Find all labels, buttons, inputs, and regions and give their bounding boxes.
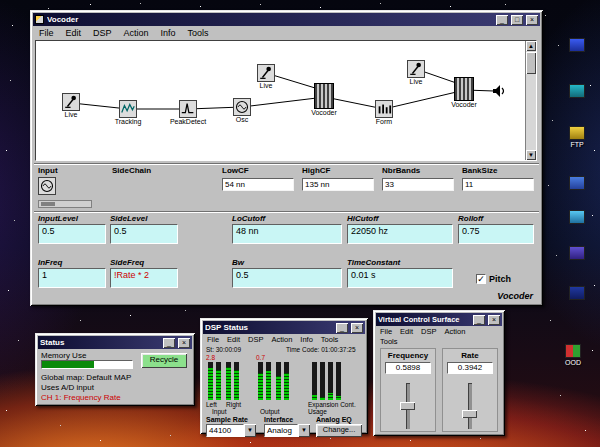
desktop-icon-label [560,53,594,61]
menu-info[interactable]: Info [155,28,182,38]
close-button[interactable]: × [351,323,363,333]
meter-label-input: Input [212,408,226,415]
dsp-status-titlebar[interactable]: DSP Status _ × [203,321,365,334]
close-button[interactable]: × [526,15,538,25]
node-form[interactable]: Form [375,100,393,118]
desktop-icon-6[interactable] [560,246,594,269]
menu-edit[interactable]: Edit [60,28,88,38]
node-live-2[interactable]: Live [407,60,425,78]
sidefreq-field[interactable]: !Rate * 2 [110,268,178,288]
param-label: LoCutoff [232,214,265,223]
menu-file[interactable]: File [376,327,396,336]
menu-tools[interactable]: Tools [182,28,215,38]
pitch-control[interactable]: ✓ Pitch [476,274,511,284]
recycle-button[interactable]: Recycle [141,353,187,368]
close-button[interactable]: × [178,338,190,348]
bw-field[interactable]: 0.5 [232,268,342,288]
vu-meter [258,362,263,400]
menu-action[interactable]: Action [118,28,155,38]
close-button[interactable]: × [488,315,500,325]
status-titlebar[interactable]: Status _ × [38,336,192,349]
vcs-titlebar[interactable]: Virtual Control Surface _ × [376,313,502,326]
menu-dsp[interactable]: DSP [417,327,440,336]
sidelevel-field[interactable]: 0.5 [110,224,178,244]
scroll-up-icon[interactable]: ▲ [526,41,536,51]
hicutoff-field[interactable]: 22050 hz [347,224,453,244]
interface-label: Interface [264,416,293,423]
minimize-button[interactable]: _ [336,323,348,333]
node-osc[interactable]: Osc [233,98,251,116]
menu-edit[interactable]: Edit [223,335,244,344]
menu-file[interactable]: File [203,335,223,344]
menu-file[interactable]: File [33,28,60,38]
slider-thumb[interactable] [41,202,55,206]
vu-fill [336,396,341,400]
patch-canvas[interactable]: Live Tracking PeakDetect Osc [35,40,537,161]
banksize-field[interactable]: 11 [462,178,534,191]
timeconstant-field[interactable]: 0.01 s [347,268,453,288]
node-tracking[interactable]: Tracking [119,100,137,118]
input-osc-icon[interactable] [38,177,56,195]
rate-slider[interactable] [461,383,479,429]
node-vocoder-1[interactable]: Vocoder [314,83,334,109]
desktop-icon-4[interactable] [560,176,594,199]
desktop-icon-image [569,286,585,300]
maximize-button[interactable]: □ [511,15,523,25]
desktop-icon-image [569,38,585,52]
menu-dsp[interactable]: DSP [244,335,267,344]
desktop-icon-label [560,261,594,269]
menu-edit[interactable]: Edit [396,327,417,336]
locutoff-field[interactable]: 48 nn [232,224,342,244]
frequency-slider[interactable] [399,383,417,429]
menu-dsp[interactable]: DSP [87,28,118,38]
analog-eq-change-button[interactable]: Change... [316,424,362,437]
scrollbar-thumb[interactable] [526,52,536,74]
menu-action[interactable]: Action [440,327,469,336]
menu-action[interactable]: Action [267,335,296,344]
node-vocoder-2[interactable]: Vocoder [454,77,474,101]
chevron-down-icon[interactable]: ▼ [298,424,310,437]
interface-combo[interactable]: Analog ▼ [264,424,310,437]
minimize-button[interactable]: _ [473,315,485,325]
minimize-button[interactable]: _ [496,15,508,25]
canvas-scrollbar[interactable]: ▲ ▼ [525,41,536,160]
node-live-sidechain[interactable]: Live [257,64,275,82]
chevron-down-icon[interactable]: ▼ [244,424,256,437]
inputlevel-field[interactable]: 0.5 [38,224,106,244]
pitch-checkbox[interactable]: ✓ [476,274,486,284]
node-label: Tracking [115,118,142,125]
lowcf-field[interactable]: 54 nn [222,178,294,191]
desktop-icon-ood[interactable]: OOD [556,344,590,367]
menu-tools[interactable]: Tools [317,335,343,344]
desktop-icon-1[interactable] [560,38,594,61]
vu-fill [312,395,317,400]
desktop-icon-ftp[interactable]: FTP [560,126,594,149]
io-header-lowcf: LowCF [222,166,249,175]
peak-left-value: 2.8 [206,354,215,361]
nbrbands-field[interactable]: 33 [382,178,454,191]
rolloff-field[interactable]: 0.75 [458,224,534,244]
menu-info[interactable]: Info [296,335,317,344]
memory-use-label: Memory Use [41,351,86,360]
highcf-field[interactable]: 135 nn [302,178,374,191]
infreq-field[interactable]: 1 [38,268,106,288]
desktop-icon-5[interactable] [560,210,594,233]
node-peakdetect[interactable]: PeakDetect [179,100,197,118]
scroll-down-icon[interactable]: ▼ [526,150,536,160]
window-title: DSP Status [205,323,333,332]
input-level-slider[interactable] [38,200,92,208]
peak-right-value: 0.7 [256,354,265,361]
menu-tools[interactable]: Tools [376,337,402,346]
vocoder-titlebar[interactable]: Vocoder _ □ × [33,13,540,26]
vu-fill [284,373,289,400]
desktop-icon-label [560,301,594,309]
node-live-input[interactable]: Live [62,93,80,111]
rate-value-field[interactable]: 0.3942 [447,362,493,374]
frequency-value-field[interactable]: 0.5898 [385,362,431,374]
sample-rate-combo[interactable]: 44100 ▼ [206,424,256,437]
desktop-icon-7[interactable] [560,286,594,309]
minimize-button[interactable]: _ [163,338,175,348]
slider-thumb[interactable] [462,410,477,418]
desktop-icon-2[interactable] [560,84,594,107]
slider-thumb[interactable] [400,402,415,410]
